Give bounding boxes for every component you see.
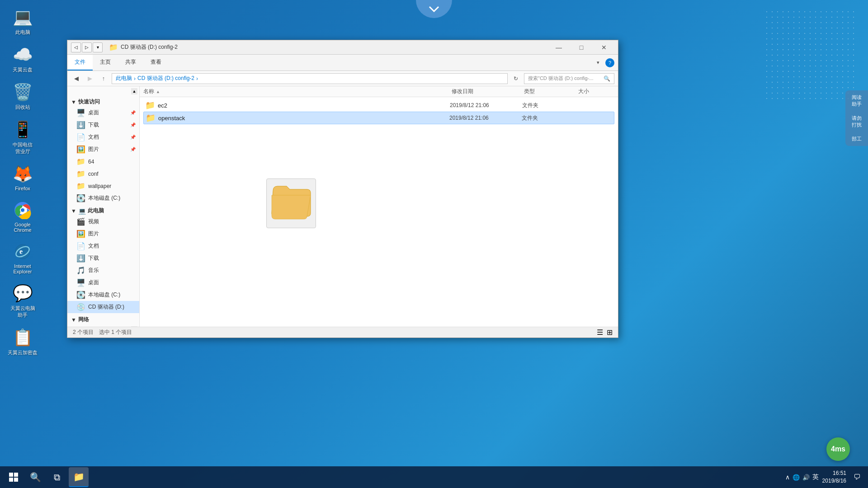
start-button[interactable] bbox=[4, 467, 24, 487]
desktop-icon-label-recycle: 回收站 bbox=[15, 104, 30, 111]
department-button[interactable]: 部工 bbox=[852, 136, 862, 142]
desktop-icon-label-tianyi-helper: 天翼云电脑助手 bbox=[10, 305, 35, 319]
right-panel: 阅读助手 请勿打扰 部工 bbox=[845, 90, 868, 146]
nav-forward-btn[interactable]: ▶ bbox=[85, 73, 95, 84]
quick-forward-btn[interactable]: ▷ bbox=[82, 42, 92, 52]
address-path[interactable]: 此电脑 › CD 驱动器 (D:) config-2 › bbox=[112, 73, 508, 84]
nav-back-btn[interactable]: ◀ bbox=[71, 73, 82, 84]
desktop-icon-label-firefox: Firefox bbox=[15, 186, 30, 191]
file-date-openstack: 2019/8/12 21:06 bbox=[449, 115, 522, 121]
minimize-button[interactable]: — bbox=[548, 41, 569, 54]
nav-network-header[interactable]: ▼ 网络 bbox=[67, 313, 139, 324]
title-bar-icon: 📁 bbox=[109, 43, 118, 52]
nav-this-computer-header[interactable]: ▼ 💻 此电脑 bbox=[67, 204, 139, 216]
nav-scroll-down-arrow[interactable]: ▼ bbox=[131, 326, 137, 327]
nav-item-64[interactable]: 📁 64 bbox=[67, 155, 139, 168]
sort-arrow: ▲ bbox=[156, 89, 160, 94]
folder-icon: 🖼️ bbox=[76, 145, 85, 154]
nav-item-pics1[interactable]: 🖼️ 图片 📌 bbox=[67, 143, 139, 155]
notification-button[interactable]: 🗩 bbox=[850, 467, 864, 487]
nav-item-wallpaper[interactable]: 📁 wallpaper bbox=[67, 180, 139, 192]
ping-badge: 4ms bbox=[826, 437, 850, 461]
clock[interactable]: 16:51 2019/8/16 bbox=[822, 469, 846, 485]
desktop-icon-tianyi-helper[interactable]: 💬 天翼云电脑助手 bbox=[5, 281, 41, 320]
task-view-button[interactable]: ⧉ bbox=[47, 467, 67, 487]
desktop-icons: 💻 此电脑 ☁️ 天翼云盘 🗑️ 回收站 📱 中国电信营业厅 🦊 Firefox bbox=[5, 5, 41, 358]
language-indicator[interactable]: 英 bbox=[812, 473, 819, 481]
tab-share[interactable]: 共享 bbox=[118, 55, 143, 70]
nav-up-btn[interactable]: ↑ bbox=[98, 73, 109, 84]
desktop-icon-this-computer[interactable]: 💻 此电脑 bbox=[5, 5, 41, 38]
nav-item-downloads1[interactable]: ⬇️ 下载 📌 bbox=[67, 119, 139, 131]
col-header-size[interactable]: 大小 bbox=[578, 88, 614, 95]
desktop-icon-firefox[interactable]: 🦊 Firefox bbox=[5, 161, 41, 193]
tab-home[interactable]: 主页 bbox=[93, 55, 118, 70]
nav-quick-access-header[interactable]: ▼ 快速访问 bbox=[67, 95, 139, 107]
computer-icon: 💻 bbox=[12, 6, 33, 28]
desktop-icon-chrome[interactable]: GoogleChrome bbox=[5, 197, 41, 235]
folder-icon: 📁 bbox=[146, 113, 156, 123]
nav-item-conf[interactable]: 📁 conf bbox=[67, 168, 139, 180]
computer-icon: 💻 bbox=[78, 207, 86, 215]
folder-icon: 📁 bbox=[145, 100, 155, 110]
desktop-icon-tianyi-cloud[interactable]: ☁️ 天翼云盘 bbox=[5, 42, 41, 75]
status-selected: 选中 1 个项目 bbox=[99, 328, 132, 336]
nav-item-cd-drive[interactable]: 💿 CD 驱动器 (D:) bbox=[67, 301, 139, 313]
file-explorer-taskbar-btn[interactable]: 📁 bbox=[69, 467, 89, 487]
file-date-ec2: 2019/8/12 21:06 bbox=[450, 102, 522, 108]
search-button[interactable]: 🔍 bbox=[25, 467, 45, 487]
network-tray-icon[interactable]: 🌐 bbox=[793, 474, 800, 481]
show-hidden-icon[interactable]: ∧ bbox=[785, 474, 790, 481]
col-header-name[interactable]: 名称 ▲ bbox=[143, 88, 452, 95]
collapse-ribbon-btn[interactable]: ▾ bbox=[593, 57, 604, 68]
maximize-button[interactable]: □ bbox=[571, 41, 592, 54]
desktop-icon-label-tianyi: 天翼云盘 bbox=[13, 66, 33, 73]
desktop-icon-recycle[interactable]: 🗑️ 回收站 bbox=[5, 80, 41, 113]
desktop-icon-ie[interactable]: e InternetExplorer bbox=[5, 239, 41, 276]
nav-item-local-c2[interactable]: 💽 本地磁盘 (C:) bbox=[67, 289, 139, 301]
column-headers: 名称 ▲ 修改日期 类型 大小 bbox=[140, 86, 618, 97]
nav-item-pics2[interactable]: 🖼️ 图片 bbox=[67, 228, 139, 240]
breadcrumb-computer[interactable]: 此电脑 bbox=[116, 75, 132, 82]
file-row-openstack[interactable]: 📁 openstack 2019/8/12 21:06 文件夹 bbox=[143, 112, 614, 124]
nav-item-music[interactable]: 🎵 音乐 bbox=[67, 264, 139, 277]
tab-view[interactable]: 查看 bbox=[143, 55, 169, 70]
file-pane: 名称 ▲ 修改日期 类型 大小 📁 ec2 2019/8/12 21:06 文件… bbox=[140, 86, 618, 327]
desktop-icon-telecom[interactable]: 📱 中国电信营业厅 bbox=[5, 117, 41, 157]
nav-item-desktop1[interactable]: 🖥️ 桌面 📌 bbox=[67, 107, 139, 119]
volume-tray-icon[interactable]: 🔊 bbox=[802, 474, 810, 481]
address-refresh-btn[interactable]: ↻ bbox=[510, 73, 521, 84]
ribbon: 文件 主页 共享 查看 ▾ ? bbox=[67, 55, 618, 71]
search-box[interactable]: 搜索"CD 驱动器 (D:) config-... 🔍 bbox=[524, 73, 614, 84]
col-header-modified[interactable]: 修改日期 bbox=[452, 88, 524, 95]
list-view-btn[interactable]: ☰ bbox=[597, 328, 603, 337]
nav-scroll-up-arrow[interactable]: ▲ bbox=[131, 88, 137, 94]
quick-back-btn[interactable]: ◁ bbox=[71, 42, 81, 52]
help-btn[interactable]: ? bbox=[605, 58, 614, 67]
tab-file[interactable]: 文件 bbox=[67, 55, 93, 70]
folder-icon: 🎵 bbox=[76, 266, 85, 275]
quick-menu-btn[interactable]: ▾ bbox=[93, 42, 103, 52]
close-button[interactable]: ✕ bbox=[594, 41, 614, 54]
nav-item-videos[interactable]: 🎬 视频 bbox=[67, 216, 139, 228]
nav-pane[interactable]: ▲ ▼ 快速访问 🖥️ 桌面 📌 ⬇️ 下载 📌 bbox=[67, 86, 140, 327]
folder-icon: ⬇️ bbox=[76, 254, 85, 263]
read-helper-button[interactable]: 阅读助手 bbox=[852, 94, 862, 108]
nav-item-downloads2[interactable]: ⬇️ 下载 bbox=[67, 252, 139, 264]
folder-preview bbox=[266, 178, 316, 228]
file-list: 📁 ec2 2019/8/12 21:06 文件夹 📁 openstack 20… bbox=[140, 97, 618, 327]
col-header-type[interactable]: 类型 bbox=[524, 88, 578, 95]
tianyi-encrypt-icon: 📋 bbox=[12, 327, 33, 348]
nav-item-desktop2[interactable]: 🖥️ 桌面 bbox=[67, 277, 139, 289]
nav-item-local-c1[interactable]: 💽 本地磁盘 (C:) bbox=[67, 192, 139, 204]
file-row-ec2[interactable]: 📁 ec2 2019/8/12 21:06 文件夹 bbox=[143, 99, 614, 112]
nav-item-docs2[interactable]: 📄 文档 bbox=[67, 240, 139, 252]
top-chevron-button[interactable] bbox=[416, 0, 452, 18]
title-quick-access: ◁ ▷ ▾ bbox=[71, 42, 103, 52]
desktop-icon-tianyi-encrypt[interactable]: 📋 天翼云加密盘 bbox=[5, 325, 41, 358]
breadcrumb-drive[interactable]: CD 驱动器 (D:) config-2 bbox=[137, 75, 194, 82]
dnd-button[interactable]: 请勿打扰 bbox=[852, 115, 862, 128]
nav-item-docs1[interactable]: 📄 文档 📌 bbox=[67, 131, 139, 143]
grid-view-btn[interactable]: ⊞ bbox=[607, 328, 613, 337]
firefox-icon: 🦊 bbox=[12, 163, 33, 185]
